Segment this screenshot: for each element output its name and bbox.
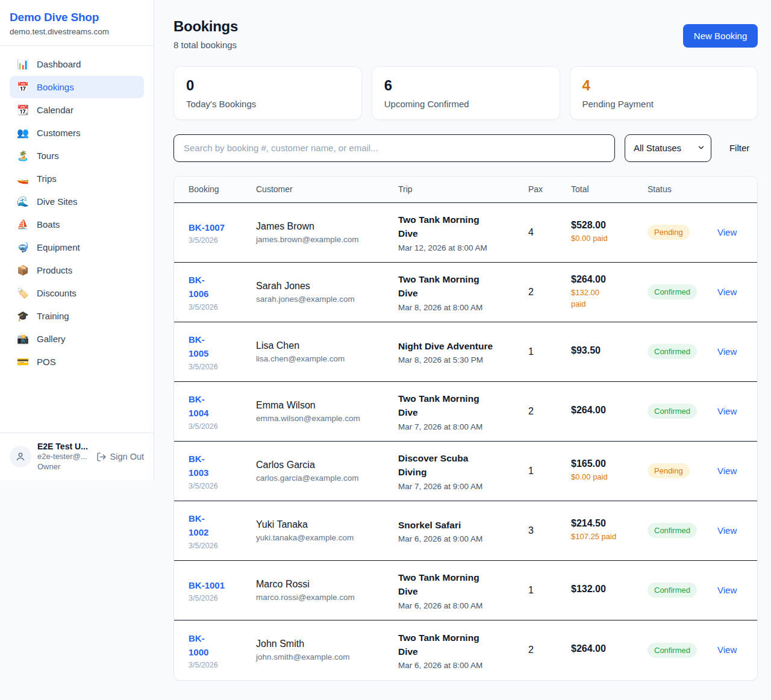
sidebar-item-calendar[interactable]: 📆 Calendar [10, 99, 144, 121]
booking-id-link[interactable]: BK- 1005 [189, 333, 208, 361]
booking-date: 3/5/2026 [189, 542, 250, 550]
status-badge: Confirmed [648, 583, 697, 598]
status-badge: Pending [648, 225, 690, 240]
table-row: BK- 1000 3/5/2026 John Smith john.smith@… [174, 620, 757, 680]
sidebar-item-dive-sites[interactable]: 🌊 Dive Sites [10, 190, 144, 213]
customer-email: john.smith@example.com [256, 652, 392, 661]
stat-card-todays-bookings: 0 Today's Bookings [173, 66, 362, 120]
view-link[interactable]: View [717, 346, 737, 357]
stat-value: 0 [186, 77, 349, 95]
customer-name: Marco Rossi [256, 579, 392, 590]
table-header-row: Booking Customer Trip Pax Total Status [174, 177, 757, 203]
sidebar-nav: 📊 Dashboard 📅 Bookings 📆 Calendar 👥 Cust… [0, 46, 154, 433]
sign-out-label: Sign Out [110, 452, 144, 461]
calendar-icon: 📅 [17, 83, 29, 92]
total-amount: $264.00 [571, 405, 641, 416]
page-title: Bookings [173, 18, 238, 35]
view-link[interactable]: View [717, 585, 737, 595]
pax-count: 2 [528, 645, 571, 655]
main-content: Bookings 8 total bookings New Booking 0 … [154, 0, 771, 700]
sidebar: Demo Dive Shop demo.test.divestreams.com… [0, 0, 154, 480]
stat-card-pending-payment: 4 Pending Payment [570, 66, 758, 120]
booking-id-link[interactable]: BK- 1006 [189, 273, 208, 301]
graduation-cap-icon: 🎓 [17, 311, 29, 321]
table-row: BK-1001 3/5/2026 Marco Rossi marco.rossi… [174, 561, 757, 620]
booking-id-link[interactable]: BK- 1000 [189, 631, 208, 660]
filter-button[interactable]: Filter [721, 143, 758, 153]
view-link[interactable]: View [717, 525, 737, 536]
search-input[interactable] [173, 134, 615, 162]
status-filter-select[interactable]: All Statuses [625, 134, 711, 162]
trip-datetime: Mar 8, 2026 at 5:30 PM [398, 355, 522, 364]
sidebar-item-label: Discounts [37, 288, 76, 298]
paid-amount: $0.00 paid [571, 233, 641, 245]
bookings-table: Booking Customer Trip Pax Total Status B… [173, 176, 758, 681]
sidebar-item-label: POS [37, 357, 56, 367]
booking-id-link[interactable]: BK-1001 [189, 578, 225, 592]
trip-datetime: Mar 7, 2026 at 8:00 AM [398, 422, 522, 431]
trip-datetime: Mar 6, 2026 at 8:00 AM [398, 661, 522, 670]
paid-amount: $0.00 paid [571, 472, 641, 483]
sidebar-item-label: Gallery [37, 334, 66, 344]
sidebar-item-training[interactable]: 🎓 Training [10, 305, 144, 327]
column-header-trip: Trip [398, 184, 528, 194]
package-icon: 📦 [17, 266, 29, 275]
customer-name: Emma Wilson [256, 400, 392, 411]
view-link[interactable]: View [717, 406, 737, 416]
brand-name: Demo Dive Shop [10, 11, 144, 24]
sidebar-user-footer: E2E Test U... e2e-tester@... Owner Sign … [0, 433, 154, 480]
table-row: BK- 1005 3/5/2026 Lisa Chen lisa.chen@ex… [174, 322, 757, 382]
total-amount: $264.00 [571, 643, 641, 654]
pax-count: 4 [528, 227, 571, 238]
sidebar-item-label: Equipment [37, 242, 80, 252]
sidebar-item-gallery[interactable]: 📸 Gallery [10, 328, 144, 350]
trip-name: Snorkel Safari [398, 518, 522, 532]
sidebar-item-bookings[interactable]: 📅 Bookings [10, 76, 144, 98]
view-link[interactable]: View [717, 287, 737, 297]
view-link[interactable]: View [717, 645, 737, 655]
sign-out-button[interactable]: Sign Out [96, 452, 144, 462]
customer-name: Carlos Garcia [256, 460, 392, 470]
sidebar-item-dashboard[interactable]: 📊 Dashboard [10, 53, 144, 75]
customer-email: james.brown@example.com [256, 235, 392, 244]
island-icon: 🏝️ [17, 151, 29, 161]
tearoff-calendar-icon: 📆 [17, 105, 29, 115]
table-row: BK-1007 3/5/2026 James Brown james.brown… [174, 203, 757, 263]
sidebar-item-equipment[interactable]: 🤿 Equipment [10, 236, 144, 258]
stat-card-upcoming-confirmed: 6 Upcoming Confirmed [372, 66, 560, 120]
sidebar-item-tours[interactable]: 🏝️ Tours [10, 145, 144, 167]
trip-datetime: Mar 6, 2026 at 8:00 AM [398, 601, 522, 610]
column-header-customer: Customer [256, 184, 398, 194]
booking-id-link[interactable]: BK-1007 [189, 220, 225, 234]
view-link[interactable]: View [717, 466, 737, 476]
sidebar-item-products[interactable]: 📦 Products [10, 259, 144, 281]
table-row: BK- 1002 3/5/2026 Yuki Tanaka yuki.tanak… [174, 501, 757, 561]
column-header-booking: Booking [189, 184, 256, 194]
status-badge: Confirmed [648, 344, 697, 359]
booking-date: 3/5/2026 [189, 482, 250, 490]
page-header: Bookings 8 total bookings New Booking [173, 18, 758, 50]
booking-id-link[interactable]: BK- 1004 [189, 392, 208, 420]
diving-mask-icon: 🤿 [17, 243, 29, 252]
booking-id-link[interactable]: BK- 1002 [189, 511, 208, 540]
brand-domain: demo.test.divestreams.com [10, 27, 144, 36]
view-link[interactable]: View [717, 227, 737, 237]
sidebar-item-boats[interactable]: ⛵ Boats [10, 213, 144, 236]
person-icon [15, 451, 26, 462]
sidebar-item-pos[interactable]: 💳 POS [10, 351, 144, 373]
total-amount: $93.50 [571, 345, 641, 356]
sidebar-item-trips[interactable]: 🚤 Trips [10, 167, 144, 190]
customer-email: yuki.tanaka@example.com [256, 533, 392, 542]
status-badge: Confirmed [648, 523, 697, 538]
trip-name: Night Dive Adventure [398, 339, 522, 353]
booking-id-link[interactable]: BK- 1003 [189, 452, 208, 480]
paid-amount: $132.00 paid [571, 287, 641, 310]
trip-name: Discover Scuba Diving [398, 451, 522, 480]
sailboat-icon: ⛵ [17, 220, 29, 230]
booking-date: 3/5/2026 [189, 594, 250, 602]
booking-date: 3/5/2026 [189, 363, 250, 371]
sidebar-item-label: Boats [37, 219, 60, 230]
sidebar-item-discounts[interactable]: 🏷️ Discounts [10, 282, 144, 304]
sidebar-item-customers[interactable]: 👥 Customers [10, 122, 144, 144]
new-booking-button[interactable]: New Booking [683, 24, 758, 48]
